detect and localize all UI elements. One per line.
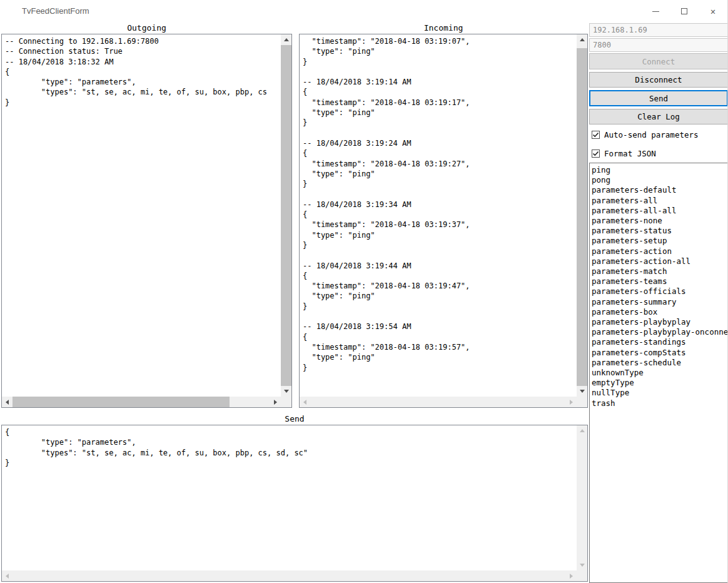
scrollbar-thumb[interactable] <box>577 48 587 386</box>
incoming-vertical-scrollbar[interactable] <box>577 34 587 397</box>
close-button[interactable]: ✕ <box>699 0 727 23</box>
list-item[interactable]: parameters-standings <box>592 337 727 347</box>
host-input[interactable] <box>589 23 728 37</box>
scrollbar-up-icon <box>577 425 587 436</box>
list-item[interactable]: parameters-box <box>592 307 727 317</box>
check-icon <box>592 150 599 157</box>
scrollbar-down-icon[interactable] <box>281 386 291 397</box>
list-item[interactable]: parameters-setup <box>592 236 727 246</box>
scrollbar-left-icon <box>300 397 310 407</box>
checkbox-label: Format JSON <box>604 149 656 158</box>
list-item[interactable]: parameters-schedule <box>592 358 727 368</box>
port-input[interactable] <box>589 38 728 52</box>
maximize-button[interactable] <box>670 0 699 23</box>
app-window: TvFeedClientForm ✕ Outgoing Incoming Sen… <box>0 0 728 583</box>
checkbox-checked-icon <box>592 131 600 139</box>
incoming-log-text[interactable]: "timestamp": "2018-04-18 03:19:07", "typ… <box>300 34 577 397</box>
connect-button[interactable]: Connect <box>589 53 728 69</box>
scrollbar-corner <box>281 397 291 407</box>
list-item[interactable]: nullType <box>592 388 727 398</box>
scrollbar-left-icon[interactable] <box>2 397 13 407</box>
list-item[interactable]: parameters-playbyplay <box>592 317 727 327</box>
scrollbar-thumb[interactable] <box>281 45 291 386</box>
clear-log-button[interactable]: Clear Log <box>589 109 728 124</box>
close-icon: ✕ <box>710 7 715 16</box>
list-item[interactable]: parameters-teams <box>592 276 727 286</box>
incoming-horizontal-scrollbar <box>300 397 577 407</box>
outgoing-log-text[interactable]: -- Connecting to 192.168.1.69:7800 -- Co… <box>2 34 281 397</box>
list-item[interactable]: parameters-action <box>592 246 727 256</box>
send-panel-label: Send <box>1 414 588 423</box>
send-editor[interactable]: { "type": "parameters", "types": "st, se… <box>1 425 588 582</box>
scrollbar-right-icon <box>566 397 577 407</box>
disconnect-button[interactable]: Disconnect <box>589 72 728 88</box>
message-type-list[interactable]: ping pong parameters-default parameters-… <box>589 163 728 583</box>
list-item[interactable]: parameters-compStats <box>592 348 727 358</box>
check-icon <box>592 131 599 138</box>
list-item[interactable]: parameters-status <box>592 226 727 236</box>
incoming-log[interactable]: "timestamp": "2018-04-18 03:19:07", "typ… <box>299 34 588 408</box>
list-item[interactable]: parameters-all-all <box>592 206 727 216</box>
scrollbar-left-icon <box>2 570 13 581</box>
minimize-button[interactable] <box>641 0 670 23</box>
format-json-checkbox[interactable]: Format JSON <box>592 148 656 158</box>
list-item[interactable]: parameters-playbyplay-onconne <box>592 327 727 337</box>
checkbox-checked-icon <box>592 150 600 158</box>
scrollbar-down-icon[interactable] <box>577 386 587 397</box>
window-title: TvFeedClientForm <box>22 6 89 16</box>
list-item[interactable]: trash <box>592 398 727 408</box>
incoming-label: Incoming <box>299 23 588 33</box>
scrollbar-right-icon[interactable] <box>270 397 281 407</box>
minimize-icon <box>652 11 659 12</box>
send-editor-text[interactable]: { "type": "parameters", "types": "st, se… <box>2 425 577 570</box>
connection-sidebar: Connect Disconnect Send Clear Log Auto-s… <box>589 23 728 583</box>
list-item[interactable]: unknownType <box>592 368 727 378</box>
list-item-pong[interactable]: pong <box>592 175 727 185</box>
auto-send-checkbox[interactable]: Auto-send parameters <box>592 129 699 139</box>
list-item[interactable]: emptyType <box>592 378 727 388</box>
list-item-ping[interactable]: ping <box>592 165 727 175</box>
outgoing-vertical-scrollbar[interactable] <box>281 34 291 397</box>
list-item[interactable]: parameters-officials <box>592 286 727 297</box>
scrollbar-corner <box>577 570 587 581</box>
send-vertical-scrollbar <box>577 425 587 570</box>
list-item[interactable]: parameters-none <box>592 216 727 226</box>
list-item[interactable]: parameters-action-all <box>592 256 727 266</box>
outgoing-horizontal-scrollbar[interactable] <box>2 397 281 407</box>
scrollbar-right-icon <box>566 570 577 581</box>
send-horizontal-scrollbar <box>2 570 577 581</box>
scrollbar-up-icon[interactable] <box>577 34 587 45</box>
send-button[interactable]: Send <box>589 90 728 106</box>
outgoing-log[interactable]: -- Connecting to 192.168.1.69:7800 -- Co… <box>1 34 292 408</box>
list-item[interactable]: parameters-all <box>592 196 727 206</box>
checkbox-label: Auto-send parameters <box>604 130 699 139</box>
list-item[interactable]: parameters-summary <box>592 297 727 307</box>
maximize-icon <box>681 8 687 14</box>
scrollbar-down-icon <box>577 560 587 570</box>
scrollbar-up-icon[interactable] <box>281 34 291 45</box>
scrollbar-corner <box>577 397 587 407</box>
title-bar: TvFeedClientForm ✕ <box>0 0 727 23</box>
list-item[interactable]: parameters-match <box>592 266 727 276</box>
outgoing-label: Outgoing <box>1 23 292 33</box>
scrollbar-thumb[interactable] <box>13 397 230 407</box>
list-item[interactable]: parameters-default <box>592 185 727 195</box>
window-controls: ✕ <box>641 0 727 23</box>
